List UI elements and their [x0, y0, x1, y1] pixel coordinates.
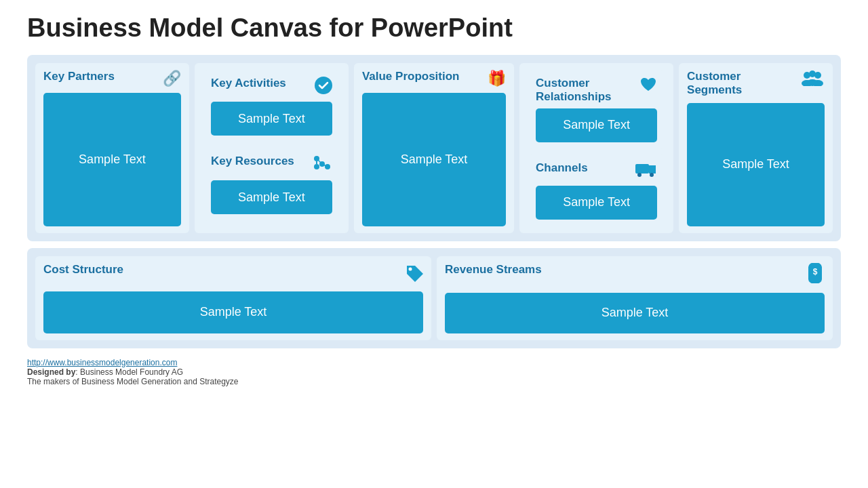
channels-sub: Channels Sample Text	[528, 155, 665, 226]
customer-segments-header: Customer Segments	[687, 70, 825, 98]
key-activities-cell: Key Activities Sample Text Key Resources	[195, 63, 349, 233]
cost-structure-cell: Cost Structure Sample Text	[35, 256, 431, 340]
revenue-streams-title: Revenue Streams	[445, 263, 542, 277]
footer-designed-by: Business Model Foundry AG	[80, 367, 183, 377]
tag-icon	[404, 263, 423, 286]
svg-rect-8	[635, 164, 649, 174]
customer-relationships-sub: Customer Relationships Sample Text	[528, 70, 665, 149]
svg-point-1	[314, 164, 319, 169]
customer-segments-title: Customer Segments	[687, 70, 796, 98]
people-icon	[800, 70, 825, 90]
canvas-bottom-section: Cost Structure Sample Text Revenue Strea…	[27, 248, 841, 348]
canvas-top-section: Key Partners 🔗 Sample Text Key Activitie…	[27, 55, 841, 241]
key-resources-sub: Key Resources Sample Text	[203, 148, 340, 221]
svg-point-0	[315, 77, 332, 94]
key-activities-title: Key Activities	[211, 77, 286, 90]
svg-point-11	[650, 173, 654, 177]
footer-designed-by-label: Designed by	[27, 367, 75, 377]
customer-relationships-sample-text: Sample Text	[536, 108, 657, 142]
key-resources-sub-header: Key Resources	[211, 155, 332, 176]
svg-point-17	[807, 79, 818, 86]
channels-title: Channels	[536, 161, 588, 175]
channels-sample-text: Sample Text	[536, 186, 657, 220]
key-activities-sample-text: Sample Text	[211, 102, 332, 136]
cost-structure-title: Cost Structure	[43, 263, 123, 277]
key-resources-sample-text: Sample Text	[211, 180, 332, 214]
customer-relationships-title: Customer Relationships	[536, 77, 635, 104]
customer-relationships-cell: Customer Relationships Sample Text Chann…	[519, 63, 673, 233]
truck-icon	[634, 161, 657, 182]
key-activities-sub: Key Activities Sample Text	[203, 70, 340, 142]
key-activities-sub-header: Key Activities	[211, 77, 332, 98]
revenue-streams-header: Revenue Streams $	[445, 263, 825, 287]
footer: http://www.businessmodelgeneration.com D…	[27, 358, 841, 386]
svg-marker-9	[649, 165, 656, 174]
svg-line-6	[317, 159, 322, 164]
money-icon: $	[806, 263, 825, 287]
svg-point-18	[409, 267, 412, 270]
revenue-streams-sample-text: Sample Text	[445, 293, 825, 333]
svg-text:$: $	[813, 267, 818, 277]
customer-segments-cell: Customer Segments Sample Text	[679, 63, 833, 233]
key-resources-title: Key Resources	[211, 155, 294, 168]
customer-relationships-sub-header: Customer Relationships	[536, 77, 657, 104]
gift-icon: 🎁	[488, 70, 506, 87]
key-partners-header: Key Partners 🔗	[43, 70, 181, 87]
check-icon	[315, 77, 332, 98]
svg-point-10	[637, 173, 642, 177]
value-proposition-cell: Value Proposition 🎁 Sample Text	[354, 63, 514, 233]
channels-sub-header: Channels	[536, 161, 657, 182]
footer-tagline: The makers of Business Model Generation …	[27, 377, 239, 386]
svg-point-16	[809, 70, 816, 77]
cost-structure-header: Cost Structure	[43, 263, 423, 286]
key-partners-sample-text: Sample Text	[43, 93, 181, 226]
footer-link[interactable]: http://www.businessmodelgeneration.com	[27, 358, 177, 367]
chart-icon	[312, 155, 332, 176]
heart-icon	[639, 77, 657, 97]
link-icon: 🔗	[163, 70, 181, 87]
page-title: Business Model Canvas for PowerPoint	[27, 14, 841, 43]
customer-segments-sample-text: Sample Text	[687, 103, 825, 226]
key-partners-cell: Key Partners 🔗 Sample Text	[35, 63, 189, 233]
value-proposition-header: Value Proposition 🎁	[362, 70, 506, 87]
key-partners-title: Key Partners	[43, 70, 115, 83]
value-proposition-sample-text: Sample Text	[362, 93, 506, 226]
cost-structure-sample-text: Sample Text	[43, 291, 423, 333]
revenue-streams-cell: Revenue Streams $ Sample Text	[437, 256, 833, 340]
value-proposition-title: Value Proposition	[362, 70, 460, 83]
